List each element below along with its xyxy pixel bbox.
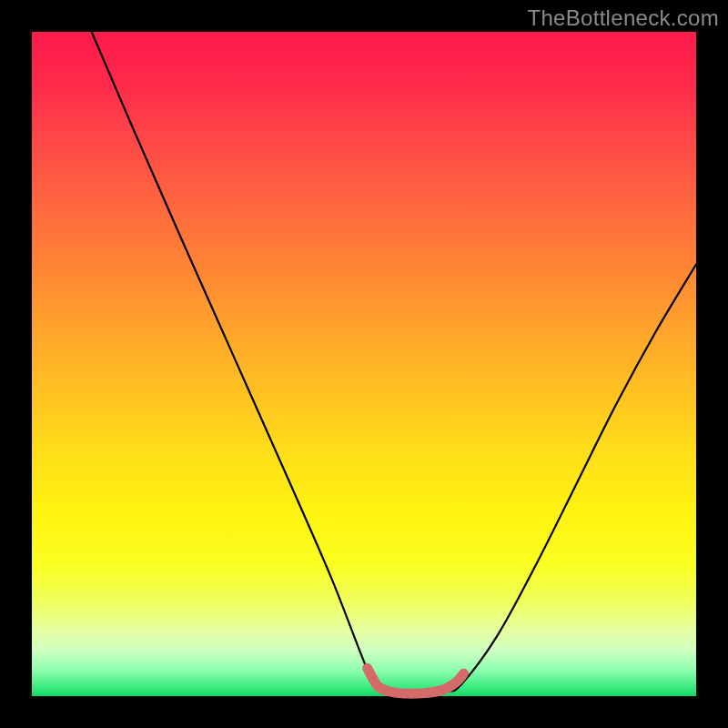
chart-frame: TheBottleneck.com — [0, 0, 728, 728]
chart-svg — [32, 32, 696, 696]
watermark-text: TheBottleneck.com — [527, 5, 719, 31]
optimal-zone-marker-path — [368, 668, 464, 693]
bottleneck-curve-path — [92, 32, 696, 694]
